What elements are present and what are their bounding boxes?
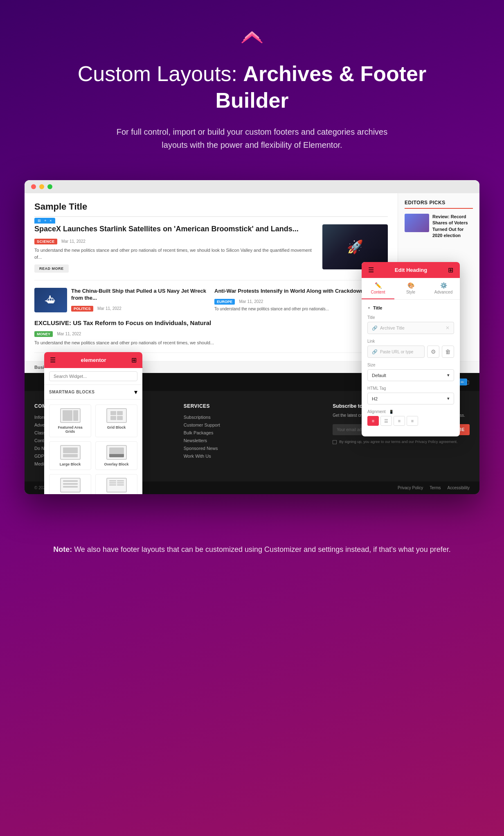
html-tag-field: HTML Tag H2 ▾ [367, 386, 454, 404]
article-headline: The China-Built Ship that Pulled a US Na… [71, 288, 208, 302]
link-remove-btn[interactable]: 🗑 [442, 346, 454, 358]
hero-title: Custom Layouts: Archives & Footer Builde… [49, 61, 455, 114]
tag-politics: POLITICS [71, 306, 93, 312]
title-input-placeholder: Archive Title [380, 325, 446, 330]
tag-money: MONEY [34, 331, 53, 337]
article-area: Sample Title ⊞+× SpaceX Launches Starlin… [25, 193, 398, 361]
article-headline: EXCLUSIVE: US Tax Reform to Focus on Ind… [34, 319, 388, 327]
page-title: Sample Title [34, 201, 388, 217]
edit-heading-grid-icon[interactable]: ⊞ [448, 266, 453, 274]
article-headline: SpaceX Launches Starlink Satellites on '… [34, 224, 316, 234]
note-bold: Note: [53, 545, 72, 554]
footer-bottom-link[interactable]: Privacy Policy [398, 486, 423, 490]
tag-science: SCIENCE [34, 239, 57, 244]
footer-services-title: SERVICES [184, 403, 321, 409]
clear-icon[interactable]: ✕ [446, 325, 450, 331]
footer-link[interactable]: Bulk Packages [184, 430, 321, 435]
footer-link[interactable]: Sponsored News [184, 446, 321, 451]
edit-heading-title: Edit Heading [395, 267, 427, 273]
article-meta: POLITICS Mar 11, 2022 [71, 304, 208, 312]
editors-pick-text: Review: Record Shares of Voters Turned O… [432, 214, 473, 239]
responsive-icon: 📱 [389, 410, 394, 414]
alignment-label: Alignment 📱 [367, 409, 454, 414]
footer-bottom-links: Privacy Policy Terms Accessibility [398, 486, 470, 490]
block-icon-overlay [106, 445, 127, 460]
block-icon-small-list [106, 478, 127, 493]
footer-link[interactable]: Subscriptions [184, 415, 321, 420]
block-item-large[interactable]: Large Block [49, 441, 91, 470]
html-tag-select[interactable]: H2 ▾ [367, 393, 454, 404]
html-tag-label: HTML Tag [367, 386, 454, 391]
tab-content[interactable]: ✏️ Content [362, 278, 394, 299]
tab-advanced[interactable]: ⚙️ Advanced [427, 278, 460, 299]
title-input[interactable]: 🔗 Archive Title ✕ [367, 322, 454, 334]
footer-link[interactable]: Newsletters [184, 438, 321, 443]
title-input-icon: 🔗 [372, 325, 378, 331]
size-select[interactable]: Default ▾ [367, 369, 454, 381]
panel-section-title: Title [367, 305, 454, 310]
align-right-button[interactable]: ≡ [394, 416, 405, 426]
advanced-tab-icon: ⚙️ [440, 282, 447, 289]
editors-picks-title: EDITORS PICKS [405, 200, 473, 209]
elementor-menu-icon[interactable]: ☰ [50, 356, 56, 364]
exclusive-article: EXCLUSIVE: US Tax Reform to Focus on Ind… [34, 319, 388, 353]
browser-dot-red [31, 184, 36, 189]
article-headline: Anti-War Protests Intensify in World Alo… [214, 288, 364, 295]
link-field-label: Link [367, 339, 454, 343]
footer-link[interactable]: Customer Support [184, 423, 321, 427]
link-icon: 🔗 [372, 349, 378, 355]
alignment-buttons: ≡ ☰ ≡ ≡ [367, 416, 454, 426]
size-field-label: Size [367, 363, 454, 367]
hero-icon [49, 25, 455, 51]
read-more-button[interactable]: READ MORE [34, 264, 69, 273]
block-item-list[interactable]: List Block [49, 474, 91, 494]
browser-bar [25, 180, 479, 193]
editors-pick-image [405, 214, 429, 232]
article-row: The China-Built Ship that Pulled a US Na… [34, 288, 208, 312]
block-item-small-list[interactable]: Small List Block [95, 474, 137, 494]
link-settings-btn[interactable]: ⚙ [427, 346, 439, 358]
tab-style-label: Style [406, 290, 415, 294]
align-center-button[interactable]: ☰ [380, 416, 392, 426]
elementor-grid-icon[interactable]: ⊞ [131, 356, 137, 364]
title-field: Title 🔗 Archive Title ✕ [367, 315, 454, 334]
size-field: Size Default ▾ [367, 363, 454, 381]
footer-bottom-link[interactable]: Terms [430, 486, 441, 490]
article-image [34, 288, 67, 312]
block-icon-grid [106, 408, 127, 423]
link-placeholder: Paste URL or type [380, 350, 420, 354]
footer-bottom-link[interactable]: Accessibility [448, 486, 470, 490]
tab-style[interactable]: 🎨 Style [394, 278, 427, 299]
alignment-field: Alignment 📱 ≡ ☰ ≡ ≡ [367, 409, 454, 426]
elementor-title: elementor [81, 357, 106, 363]
align-justify-button[interactable]: ≡ [407, 416, 418, 426]
block-item-grid[interactable]: Grid Block [95, 404, 137, 437]
terms-checkbox[interactable] [333, 440, 337, 444]
block-icon-list [60, 478, 81, 493]
screenshot-wrapper: Sample Title ⊞+× SpaceX Launches Starlin… [0, 172, 504, 519]
article-excerpt: To understand the new politics stance an… [34, 247, 316, 260]
footer-link[interactable]: Work With Us [184, 454, 321, 459]
link-input[interactable]: 🔗 Paste URL or type [367, 346, 425, 358]
edit-heading-menu-icon[interactable]: ☰ [368, 266, 374, 274]
block-icon-large [60, 445, 81, 460]
elementor-header: ☰ elementor ⊞ [44, 352, 142, 368]
block-item-overlay[interactable]: Overlay Block [95, 441, 137, 470]
browser-dot-green [47, 184, 52, 189]
search-input[interactable] [49, 371, 137, 381]
elementor-collapse-icon[interactable]: ▾ [134, 388, 137, 396]
note-content: We also have footer layouts that can be … [72, 545, 451, 554]
edit-panel-body: Title Title 🔗 Archive Title ✕ Link 🔗 Pa [362, 300, 460, 436]
align-left-button[interactable]: ≡ [367, 416, 379, 426]
edit-heading-panel: ☰ Edit Heading ⊞ ✏️ Content 🎨 Style ⚙️ A… [362, 262, 460, 436]
footer-services-col: SERVICES Subscriptions Customer Support … [184, 403, 321, 469]
content-tab-icon: ✏️ [375, 282, 382, 289]
html-tag-value: H2 [372, 396, 378, 401]
selection-bar[interactable]: ⊞+× [34, 218, 55, 224]
block-icon-featured [60, 408, 81, 423]
size-value: Default [372, 373, 386, 378]
link-field: Link 🔗 Paste URL or type ⚙ 🗑 [367, 339, 454, 358]
note-section: Note: We also have footer layouts that c… [0, 519, 504, 581]
article-date: Mar 11, 2022 [61, 239, 86, 244]
block-item-featured[interactable]: Featured Area Grids [49, 404, 91, 437]
